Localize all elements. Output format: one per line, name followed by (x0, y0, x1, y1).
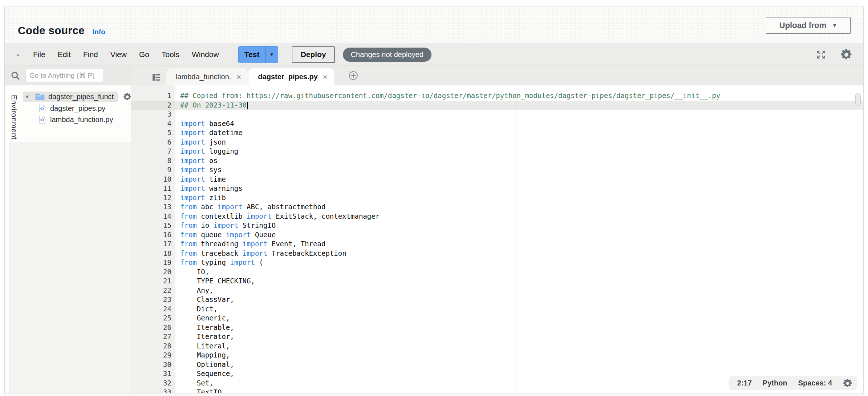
code-line-13[interactable]: from abc import ABC, abstractmethod (175, 202, 863, 212)
line-number[interactable]: 7 (131, 147, 175, 156)
caret-down-icon[interactable]: ▾ (26, 93, 32, 100)
code-line-20[interactable]: IO, (175, 267, 863, 277)
tree-file-dagster-pipes-py[interactable]: dagster_pipes.py (39, 103, 131, 114)
line-number[interactable]: 30 (131, 360, 175, 369)
code-line-10[interactable]: import time (175, 175, 863, 184)
code-line-15[interactable]: from io import StringIO (175, 221, 863, 230)
line-number[interactable]: 2 (131, 101, 175, 110)
code-line-25[interactable]: Generic, (175, 314, 863, 323)
code-line-6[interactable]: import json (175, 138, 863, 147)
gear-icon[interactable] (840, 49, 852, 61)
line-number[interactable]: 13 (131, 202, 175, 212)
line-number[interactable]: 25 (131, 314, 175, 323)
code-line-8[interactable]: import os (175, 156, 863, 166)
code-line-22[interactable]: Any, (175, 286, 863, 295)
code-line-18[interactable]: from traceback import TracebackException (175, 249, 863, 258)
code-line-16[interactable]: from queue import Queue (175, 230, 863, 240)
code-line-28[interactable]: Literal, (175, 342, 863, 351)
test-dropdown-arrow[interactable]: ▼ (265, 47, 278, 63)
test-split-button[interactable]: Test ▼ (238, 46, 278, 63)
cursor-position[interactable]: 2:17 (737, 379, 752, 387)
code-line-2[interactable]: ## On 2023-11-30 (175, 101, 863, 110)
language-mode[interactable]: Python (763, 379, 787, 387)
close-icon[interactable]: × (322, 73, 329, 81)
line-number[interactable]: 9 (131, 165, 175, 175)
line-number[interactable]: 33 (131, 388, 175, 393)
code-line-5[interactable]: import datetime (175, 128, 863, 138)
environment-tab-label[interactable]: Environment (10, 95, 19, 140)
code-line-27[interactable]: Iterator, (175, 332, 863, 342)
code-line-3[interactable] (175, 110, 863, 119)
line-number[interactable]: 29 (131, 351, 175, 360)
line-number[interactable]: 4 (131, 119, 175, 129)
tab-dagster-pipes-py[interactable]: dagster_pipes.py× (248, 68, 335, 85)
line-number[interactable]: 19 (131, 258, 175, 267)
menu-item-file[interactable]: File (27, 50, 52, 59)
code-line-9[interactable]: import sys (175, 165, 863, 175)
code-line-19[interactable]: from typing import ( (175, 258, 863, 267)
line-number[interactable]: 22 (131, 286, 175, 295)
vertical-scrollbar-thumb[interactable] (855, 93, 861, 106)
tree-folder-pill[interactable]: ▾ dagster_pipes_funct (23, 92, 118, 102)
line-number[interactable]: 31 (131, 369, 175, 379)
code-line-1[interactable]: ## Copied from: https://raw.githubuserco… (175, 91, 863, 101)
line-number[interactable]: 11 (131, 184, 175, 193)
code-line-4[interactable]: import base64 (175, 119, 863, 129)
deploy-button[interactable]: Deploy (292, 47, 335, 63)
line-number[interactable]: 1 (131, 91, 175, 101)
upload-from-button[interactable]: Upload from ▼ (766, 17, 851, 34)
status-gear-icon[interactable] (843, 379, 852, 388)
code-line-7[interactable]: import logging (175, 147, 863, 156)
code-line-14[interactable]: from contextlib import ExitStack, contex… (175, 212, 863, 221)
tree-settings-button[interactable]: ▾ (123, 93, 131, 101)
new-tab-button[interactable] (348, 70, 359, 81)
line-number[interactable]: 28 (131, 342, 175, 351)
line-number[interactable]: 17 (131, 239, 175, 249)
code-line-21[interactable]: TYPE_CHECKING, (175, 276, 863, 286)
code-line-24[interactable]: Dict, (175, 304, 863, 314)
code-line-29[interactable]: Mapping, (175, 351, 863, 360)
spaces-setting[interactable]: Spaces: 4 (798, 379, 832, 387)
menu-item-edit[interactable]: Edit (52, 50, 77, 59)
go-to-anything-input[interactable] (25, 69, 103, 82)
tree-file-lambda-function-py[interactable]: lambda_function.py (39, 114, 131, 125)
line-number[interactable]: 26 (131, 323, 175, 332)
line-number[interactable]: 12 (131, 193, 175, 203)
info-link[interactable]: Info (93, 28, 105, 36)
line-number[interactable]: 21 (131, 276, 175, 286)
code-line-30[interactable]: Optional, (175, 360, 863, 369)
tab-list-icon[interactable] (152, 74, 161, 82)
line-number[interactable]: 15 (131, 221, 175, 230)
line-number[interactable]: 23 (131, 295, 175, 304)
tab-lambda-function[interactable]: lambda_function.× (166, 68, 248, 85)
line-number[interactable]: 5 (131, 128, 175, 138)
code-content[interactable]: ## Copied from: https://raw.githubuserco… (175, 85, 863, 393)
menu-item-tools[interactable]: Tools (155, 50, 186, 59)
menu-item-go[interactable]: Go (133, 50, 155, 59)
code-line-26[interactable]: Iterable, (175, 323, 863, 332)
close-icon[interactable]: × (235, 73, 242, 81)
code-editor[interactable]: 1234567891011121314151617181920212223242… (131, 85, 863, 393)
code-line-12[interactable]: import zlib (175, 193, 863, 203)
code-line-23[interactable]: ClassVar, (175, 295, 863, 304)
fullscreen-icon[interactable] (816, 50, 826, 60)
line-number[interactable]: 6 (131, 138, 175, 147)
line-number[interactable]: 24 (131, 304, 175, 314)
line-number[interactable]: 8 (131, 156, 175, 166)
menu-item-window[interactable]: Window (186, 50, 225, 59)
line-number[interactable]: 10 (131, 175, 175, 184)
menu-item-find[interactable]: Find (77, 50, 104, 59)
menu-item-view[interactable]: View (104, 50, 133, 59)
line-number[interactable]: 16 (131, 230, 175, 240)
code-line-17[interactable]: from threading import Event, Thread (175, 239, 863, 249)
line-number[interactable]: 3 (131, 110, 175, 119)
code-line-11[interactable]: import warnings (175, 184, 863, 193)
collapse-menubar-icon[interactable]: ▲ (16, 52, 20, 57)
line-number[interactable]: 20 (131, 267, 175, 277)
line-number[interactable]: 14 (131, 212, 175, 221)
line-number[interactable]: 27 (131, 332, 175, 342)
tree-folder-row[interactable]: ▾ dagster_pipes_funct (23, 90, 131, 103)
line-number[interactable]: 18 (131, 249, 175, 258)
test-button[interactable]: Test (239, 47, 265, 63)
line-number[interactable]: 32 (131, 379, 175, 388)
